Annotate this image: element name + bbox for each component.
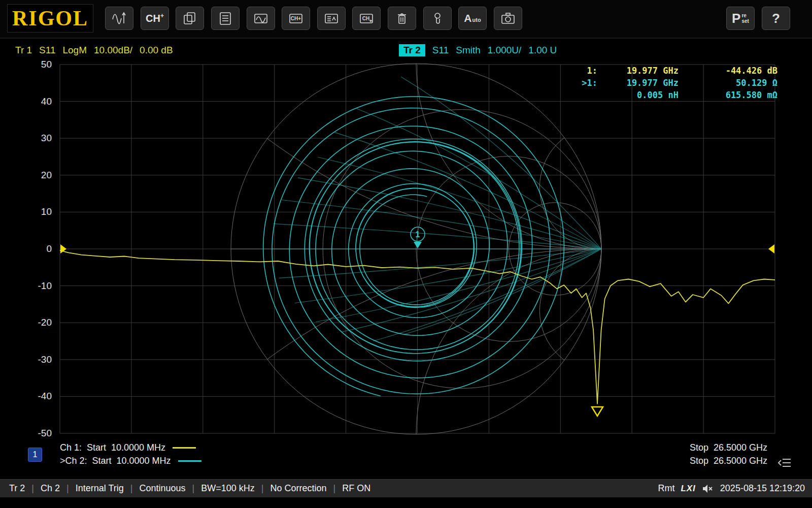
status-separator: |	[130, 483, 133, 494]
channel1-start-label: Ch 1: Start 10.0000 MHz	[60, 442, 165, 453]
remote-indicator: Rmt	[658, 483, 674, 494]
y-axis-label: -50	[18, 428, 52, 439]
status-item-rf-on[interactable]: RF ON	[342, 483, 370, 494]
channel2-stop-label: Stop 26.5000 GHz	[690, 456, 767, 466]
speaker-mute-icon[interactable]	[702, 484, 714, 494]
channel1-stop-label: Stop 26.5000 GHz	[690, 442, 767, 453]
y-axis-label: 10	[18, 206, 52, 217]
marker-readout-row: 1:19.977 GHz-44.426 dB	[574, 65, 777, 77]
y-axis-label: -20	[18, 317, 52, 328]
y-axis-label: 20	[18, 170, 52, 181]
status-items: Tr 2|Ch 2|Internal Trig|Continuous|BW=10…	[9, 483, 370, 494]
status-item-no-correction[interactable]: No Correction	[270, 483, 326, 494]
marker-readout: 1:19.977 GHz-44.426 dB>1:19.977 GHz50.12…	[574, 65, 777, 101]
y-axis-label: 50	[18, 59, 52, 70]
y-axis-label: 30	[18, 133, 52, 144]
marker1-tr1	[592, 407, 603, 416]
y-axis-label: 0	[18, 243, 52, 255]
y-axis-label: -40	[18, 391, 52, 402]
channel1-info: Ch 1: Start 10.0000 MHz	[60, 442, 196, 453]
status-bar: Tr 2|Ch 2|Internal Trig|Continuous|BW=10…	[0, 479, 812, 497]
status-separator: |	[333, 483, 336, 494]
status-separator: |	[66, 483, 69, 494]
marker-readout-row: >1:19.977 GHz50.129 Ω	[574, 77, 777, 89]
marker1-tr2-label: 1	[416, 230, 420, 239]
status-separator: |	[261, 483, 264, 494]
window-badge[interactable]: 1	[28, 448, 42, 462]
marker-readout-row: 0.005 nH615.580 mΩ	[574, 89, 777, 101]
y-axis-label: -30	[18, 354, 52, 365]
channel1-trace-swatch	[173, 447, 196, 449]
status-item-tr-2[interactable]: Tr 2	[9, 483, 25, 494]
channel2-trace-swatch	[178, 460, 201, 462]
status-right: Rmt LXI 2025-08-15 12:19:20	[658, 483, 805, 494]
vna-screen: RIGOL CH+ CH+	[0, 0, 812, 508]
status-item-internal-trig[interactable]: Internal Trig	[76, 483, 124, 494]
channel2-start-label: >Ch 2: Start 10.0000 MHz	[60, 456, 171, 466]
datetime: 2025-08-15 12:19:20	[720, 483, 805, 494]
y-axis-label: 40	[18, 96, 52, 107]
lxi-logo: LXI	[681, 484, 695, 494]
status-item-bw-100-khz[interactable]: BW=100 kHz	[201, 483, 255, 494]
status-item-continuous[interactable]: Continuous	[139, 483, 185, 494]
status-separator: |	[31, 483, 34, 494]
status-separator: |	[192, 483, 195, 494]
channel2-info: >Ch 2: Start 10.0000 MHz	[60, 456, 201, 466]
y-axis-label: -10	[18, 280, 52, 292]
ref-level-right-triangle	[768, 244, 774, 253]
status-item-ch-2[interactable]: Ch 2	[41, 483, 60, 494]
menu-collapse-icon[interactable]	[777, 457, 792, 468]
marker1-tr2-triangle	[414, 242, 422, 248]
